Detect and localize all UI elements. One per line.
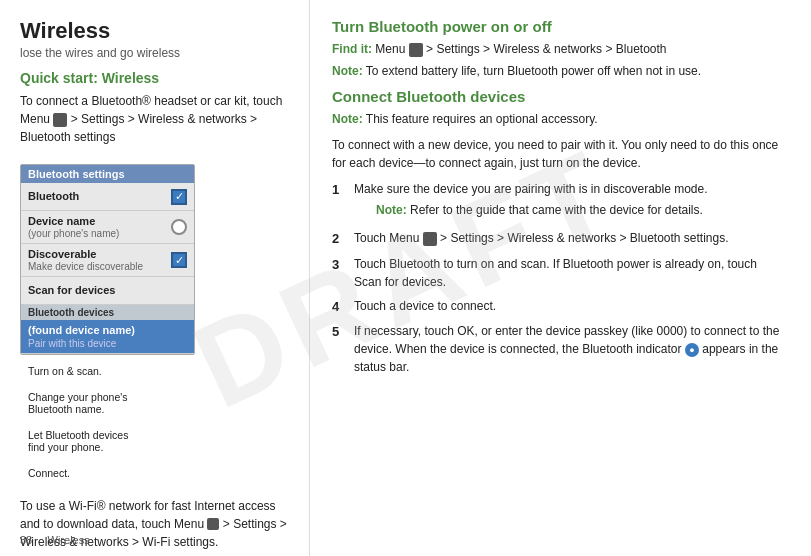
menu-icon-step2 <box>423 232 437 246</box>
step-4: 4 Touch a device to connect. <box>332 297 787 317</box>
bt-scan-label: Scan for devices <box>28 284 115 297</box>
menu-icon-right <box>409 43 423 57</box>
bt-discoverable-sub: Make device discoverable <box>28 261 143 272</box>
step-5-num: 5 <box>332 322 346 376</box>
left-column: Wireless lose the wires and go wireless … <box>0 0 310 556</box>
bt-device-name-label: Device name <box>28 215 119 228</box>
bt-checkbox-bluetooth <box>171 189 187 205</box>
annotation-3: Let Bluetooth devices find your phone. <box>28 429 148 453</box>
bt-diagram: Bluetooth settings Bluetooth Device name… <box>20 154 289 493</box>
bt-power-note-label: Note: <box>332 64 363 78</box>
bt-row-scan: Scan for devices <box>21 277 194 305</box>
step-3-num: 3 <box>332 255 346 291</box>
find-it-label: Find it: <box>332 42 372 56</box>
step-4-num: 4 <box>332 297 346 317</box>
subtitle: lose the wires and go wireless <box>20 46 289 60</box>
footer-section: Wireless <box>48 534 90 546</box>
menu-icon-wifi <box>207 518 219 530</box>
step-2-num: 2 <box>332 229 346 249</box>
menu-icon <box>53 113 67 127</box>
bt-indicator-icon: ● <box>685 343 699 357</box>
bt-panel-title: Bluetooth settings <box>21 165 194 183</box>
bt-found-device-sub: Pair with this device <box>28 338 135 349</box>
bt-found-device-label: (found device name) <box>28 324 135 337</box>
bt-row-device-name: Device name (your phone's name) <box>21 211 194 244</box>
right-column: Turn Bluetooth power on or off Find it: … <box>310 0 811 556</box>
annotation-2: Change your phone's Bluetooth name. <box>28 391 148 415</box>
page-title: Wireless <box>20 18 289 44</box>
bt-row-found-device: (found device name) Pair with this devic… <box>21 320 194 353</box>
annotation-1: Turn on & scan. <box>28 365 148 377</box>
bt-row-bluetooth: Bluetooth <box>21 183 194 211</box>
bt-power-heading: Turn Bluetooth power on or off <box>332 18 787 35</box>
bt-row-discoverable: Discoverable Make device discoverable <box>21 244 194 277</box>
bt-checkbox-discoverable <box>171 252 187 268</box>
bt-settings-panel: Bluetooth settings Bluetooth Device name… <box>20 164 195 355</box>
bt-power-note: Note: To extend battery life, turn Bluet… <box>332 62 787 80</box>
page-number: 38 <box>20 534 32 546</box>
bt-devices-header: Bluetooth devices <box>21 305 194 320</box>
step-1-num: 1 <box>332 180 346 223</box>
connect-note-label: Note: <box>332 112 363 126</box>
bt-row-bluetooth-label: Bluetooth <box>28 190 79 203</box>
step-1-note: Note: Refer to the guide that came with … <box>354 201 787 219</box>
quick-start-body: To connect a Bluetooth® headset or car k… <box>20 92 289 146</box>
bt-device-name-sub: (your phone's name) <box>28 228 119 239</box>
step-2: 2 Touch Menu > Settings > Wireless & net… <box>332 229 787 249</box>
step-1: 1 Make sure the device you are pairing w… <box>332 180 787 223</box>
bt-discoverable-label: Discoverable <box>28 248 143 261</box>
bt-annotations: Turn on & scan. Change your phone's Blue… <box>28 365 148 493</box>
connect-bt-heading: Connect Bluetooth devices <box>332 88 787 105</box>
bt-radio-device-name <box>171 219 187 235</box>
find-it-block: Find it: Menu > Settings > Wireless & ne… <box>332 40 787 58</box>
annotation-4: Connect. <box>28 467 148 479</box>
page-footer: 38 Wireless <box>20 534 90 546</box>
step-3: 3 Touch Bluetooth to turn on and scan. I… <box>332 255 787 291</box>
steps-list: 1 Make sure the device you are pairing w… <box>332 180 787 376</box>
quick-start-heading: Quick start: Wireless <box>20 70 289 86</box>
connect-note: Note: This feature requires an optional … <box>332 110 787 128</box>
connect-intro: To connect with a new device, you need t… <box>332 136 787 172</box>
step-5: 5 If necessary, touch OK, or enter the d… <box>332 322 787 376</box>
